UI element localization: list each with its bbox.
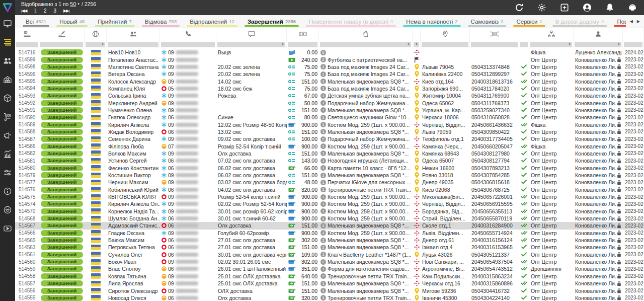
- status-tab[interactable]: Новый46: [53, 15, 91, 28]
- column-header-manager[interactable]: [574, 28, 623, 41]
- filter-status-input[interactable]: [40, 42, 83, 47]
- filter-product-input[interactable]: [320, 42, 411, 47]
- filter-check-input[interactable]: [520, 42, 528, 47]
- sidebar-item-video-lessons[interactable]: [0, 220, 15, 239]
- table-row[interactable]: 514596ЗавершенийВегера Оксана0920.02 смс…: [15, 70, 644, 78]
- table-row[interactable]: 514556ЗавершенийСиротюк Олександр09ОЛХ д…: [15, 287, 644, 294]
- table-row[interactable]: 514570ЗавершенийКорнелюк Надія Та...0930…: [15, 208, 644, 215]
- refresh-icon[interactable]: [515, 3, 524, 12]
- page-button-2[interactable]: 2: [44, 8, 47, 14]
- status-tab[interactable]: Відмова763: [138, 15, 183, 28]
- per-page-select[interactable]: 50: [70, 1, 76, 7]
- table-row[interactable]: 514576ЗавершенийКобилинський Юрий0604.02…: [15, 186, 644, 193]
- tabs-scroll-left-icon[interactable]: ◀: [630, 19, 633, 24]
- status-tab[interactable]: Повернення товару (в дорозі)0: [302, 15, 399, 28]
- filter-name-input[interactable]: [108, 42, 158, 47]
- filter-flag-input[interactable]: [86, 42, 105, 47]
- table-row[interactable]: 514557ЗавершенийЛила Ярослав0925.01 смс …: [15, 280, 644, 287]
- column-header-product[interactable]: [319, 28, 413, 41]
- status-tab[interactable]: Прийнятий7: [91, 15, 138, 28]
- filter-date-input[interactable]: [624, 42, 642, 47]
- table-row[interactable]: 514589ЗавершенийКирилич Анжела0912.02 см…: [15, 121, 644, 128]
- filter-price-input[interactable]: [288, 42, 317, 47]
- sidebar-item-info[interactable]: [0, 183, 15, 201]
- table-row[interactable]: 514559ЗавершенийВлас Слотюу0626.01 смс 1…: [15, 265, 644, 272]
- settings-gear-icon[interactable]: [537, 3, 546, 12]
- first-page-button[interactable]: |◀◀: [21, 8, 27, 14]
- profile-icon[interactable]: [583, 3, 592, 12]
- table-row[interactable]: 514565ЗавершенийБаюка Максим0627.01 смс …: [15, 237, 644, 244]
- status-tab[interactable]: Завершений2256: [241, 15, 302, 28]
- lp-crm-logo[interactable]: [0, 0, 15, 15]
- table-row[interactable]: 514587ЗавершенийСеменюк Дарина0909.02 см…: [15, 135, 644, 142]
- table-row[interactable]: 514580ЗавершенийФесенко Константин0606.0…: [15, 165, 644, 172]
- table-row[interactable]: 514561ЗавершенийСучилов Олег0630.01 смс …: [15, 251, 644, 258]
- column-header-comment[interactable]: [216, 28, 287, 41]
- sidebar-item-warehouse[interactable]: [0, 71, 15, 90]
- table-row[interactable]: 514582ЗавершенийВолков Максим09Олх доста…: [15, 150, 644, 157]
- table-row[interactable]: 514567ЗавершенийАдамовский Станис...06Ол…: [15, 222, 644, 229]
- column-header-date[interactable]: [623, 28, 644, 41]
- table-row[interactable]: 514590ЗавершенийГнатюк Олексндр06Синие80…: [15, 114, 644, 121]
- table-row[interactable]: 514586ЗавершенийФіліпова Люба07Розмір 52…: [15, 142, 644, 149]
- page-button-1[interactable]: 1: [34, 8, 37, 14]
- table-row[interactable]: 514599ЗавершенийПотапенко Анастас..09240…: [15, 56, 644, 63]
- support-headset-icon[interactable]: [628, 3, 637, 12]
- filter-comment-input[interactable]: [217, 42, 285, 47]
- table-row[interactable]: 514558ЗавершенийКовпак Татьяна0925.01 см…: [15, 273, 644, 280]
- status-tab[interactable]: Відправлений12: [183, 15, 241, 28]
- sidebar-item-statistics[interactable]: [0, 145, 15, 164]
- column-header-location[interactable]: [421, 28, 470, 41]
- table-row[interactable]: 514555ЗавершенийНовосад Олеся06Олх доста…: [15, 294, 644, 301]
- last-page-button[interactable]: ▶▶|: [63, 8, 69, 14]
- add-order-icon[interactable]: [560, 3, 569, 12]
- column-header-phone[interactable]: [160, 28, 216, 41]
- table-row[interactable]: 514598ЗавершенийМалютина Светлана0920.02…: [15, 63, 644, 70]
- status-tab[interactable]: Нема в наявності2: [399, 15, 464, 28]
- table-row[interactable]: 514591ЗавершенийЧумаченко Олена09151.001…: [15, 107, 644, 114]
- column-header-tracking[interactable]: [470, 28, 519, 41]
- table-row[interactable]: 514716ЗавершенийНов10 Нов1009Выцв0.000Фі…: [15, 49, 644, 56]
- table-row[interactable]: 514579ЗавершенийКостишин Виктор0906.02 с…: [15, 172, 644, 179]
- column-header-id[interactable]: ID: [15, 28, 39, 41]
- filter-dsvc-input[interactable]: [414, 42, 419, 47]
- status-tab[interactable]: Всі4521: [19, 15, 53, 28]
- sidebar-item-customers[interactable]: [0, 52, 15, 71]
- status-tab[interactable]: В дорозі додому0: [549, 15, 611, 28]
- column-header-status[interactable]: [39, 28, 85, 41]
- filter-source-input[interactable]: [530, 42, 572, 47]
- table-row[interactable]: 514594ЗавершенийКомпанец Юля0518.02 смс …: [15, 85, 644, 92]
- filter-manager-input[interactable]: [575, 42, 621, 47]
- sidebar-item-automation[interactable]: [0, 164, 15, 183]
- table-row[interactable]: 514560ЗавершенийБокоч Иван0902.02 30.01 …: [15, 258, 644, 265]
- sidebar-item-dashboard[interactable]: [0, 15, 15, 34]
- table-row[interactable]: 514563ЗавершенийПетровська Тетяна0627.01…: [15, 244, 644, 251]
- table-row[interactable]: 514581ЗавершенийУстинов Сергей0607.02 см…: [15, 157, 644, 164]
- status-tab[interactable]: Самовивіз2: [464, 15, 510, 28]
- column-header-dsvc[interactable]: [413, 28, 421, 41]
- sidebar-item-orders[interactable]: [0, 34, 15, 52]
- table-row[interactable]: 514574ЗавершенийКирилич Анжела Ол...0902…: [15, 200, 644, 207]
- sidebar-item-products[interactable]: [0, 90, 15, 108]
- column-header-check[interactable]: [519, 28, 529, 41]
- filter-location-input[interactable]: [422, 42, 468, 47]
- status-tab[interactable]: Сервіси1: [510, 15, 548, 28]
- table-row[interactable]: 514575ЗавершенийКВІТОВСЬКА ЮЛІЯ09Розмір …: [15, 193, 644, 200]
- table-row[interactable]: 514566ЗавершенийГладик Оксана09Голубий 6…: [15, 230, 644, 237]
- table-row[interactable]: 514592ЗавершенийМерклингер Андрей0950.00…: [15, 99, 644, 106]
- table-row[interactable]: 514577ЗавершенийЧерниш Максим0903.02 смс…: [15, 179, 644, 186]
- table-row[interactable]: 514593ЗавершенийСольська Ірина09Рожева67…: [15, 92, 644, 99]
- column-header-flag[interactable]: [85, 28, 107, 41]
- sidebar-item-marketing[interactable]: [0, 127, 15, 145]
- column-header-name[interactable]: [107, 28, 160, 41]
- table-row[interactable]: 514588ЗавершенийЖидак Володимир0613.02 с…: [15, 128, 644, 135]
- column-header-source[interactable]: [529, 28, 574, 41]
- tabs-scroll-right-icon[interactable]: ▶: [637, 19, 640, 24]
- table-row[interactable]: 514568ЗавершенийШумляс Богдана Ан...0630…: [15, 215, 644, 222]
- notifications-bell-icon[interactable]: [605, 3, 614, 12]
- column-header-price[interactable]: [287, 28, 319, 41]
- table-row[interactable]: 514595ЗавершенийКолосок Александр0914.02…: [15, 78, 644, 85]
- sidebar-item-shipping[interactable]: [0, 108, 15, 127]
- sidebar-item-partners[interactable]: [0, 201, 15, 220]
- page-button-3[interactable]: 3: [54, 8, 57, 14]
